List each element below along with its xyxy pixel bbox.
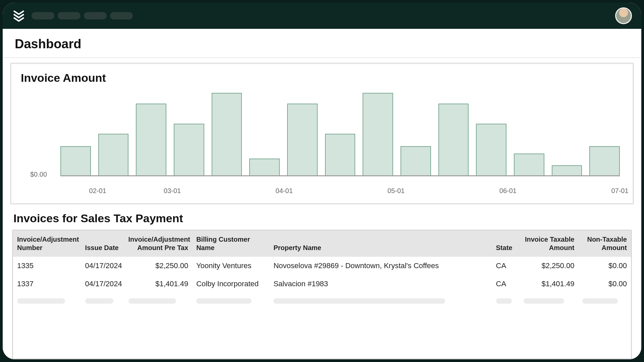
chart-bar[interactable]: [212, 93, 242, 176]
avatar[interactable]: [615, 7, 632, 24]
chart-bar[interactable]: [136, 104, 166, 175]
invoices-table: Invoice/Adjustment Number Issue Date Inv…: [13, 231, 631, 309]
x-tick-label: 02-01: [89, 187, 106, 195]
col-pre-tax[interactable]: Invoice/Adjustment Amount Pre Tax: [124, 231, 193, 257]
page-header: Dashboard: [3, 29, 641, 58]
chart-bar[interactable]: [287, 104, 318, 175]
cell-taxable: $2,250.00: [520, 257, 578, 275]
chart-area: $0.00 02-0103-0104-0105-0106-0107-01: [21, 88, 623, 199]
x-tick-label: 04-01: [276, 187, 293, 195]
col-property[interactable]: Property Name: [269, 231, 492, 257]
cell-property: Novoselova #29869 - Downtown, Krystal's …: [269, 257, 492, 275]
nav-placeholder-group: [32, 12, 133, 19]
nav-placeholder[interactable]: [110, 12, 133, 19]
cell-customer: Colby Incorporated: [192, 275, 269, 293]
nav-placeholder[interactable]: [58, 12, 80, 19]
chart-bar[interactable]: [174, 124, 204, 175]
table-row[interactable]: 133504/17/2024$2,250.00Yoonity VenturesN…: [13, 257, 631, 275]
cell-pre_tax: $2,250.00: [124, 257, 193, 275]
cell-taxable: $1,401.49: [520, 275, 578, 293]
page-content: Dashboard Invoice Amount $0.00 02-0103-0…: [3, 29, 641, 359]
cell-number: 1335: [13, 257, 81, 275]
col-non-taxable[interactable]: Non-Taxable Amount: [578, 231, 631, 257]
x-tick-label: 07-01: [611, 187, 628, 195]
chart-bar[interactable]: [400, 146, 431, 175]
col-taxable[interactable]: Invoice Taxable Amount: [520, 231, 578, 257]
cell-non_taxable: $0.00: [578, 257, 631, 275]
cell-issue_date: 04/17/2024: [81, 275, 124, 293]
col-issue-date[interactable]: Issue Date: [81, 231, 124, 257]
col-number[interactable]: Invoice/Adjustment Number: [13, 231, 81, 257]
device-frame: Dashboard Invoice Amount $0.00 02-0103-0…: [0, 0, 644, 362]
cell-number: 1337: [13, 275, 81, 293]
chart-bar[interactable]: [325, 134, 356, 176]
chart-title: Invoice Amount: [21, 71, 623, 84]
app-screen: Dashboard Invoice Amount $0.00 02-0103-0…: [3, 3, 641, 359]
x-tick-label: 06-01: [499, 187, 517, 195]
chart-card: Invoice Amount $0.00 02-0103-0104-0105-0…: [10, 63, 634, 204]
cell-state: CA: [492, 275, 520, 293]
cell-property: Salvacion #1983: [269, 275, 492, 293]
page-title: Dashboard: [15, 37, 629, 51]
table-card: Invoices for Sales Tax Payment: [10, 210, 634, 359]
x-tick-label: 03-01: [164, 187, 181, 195]
chart-bar[interactable]: [476, 124, 506, 175]
nav-placeholder[interactable]: [84, 12, 107, 19]
chart-bar[interactable]: [363, 93, 393, 176]
table-wrap: Invoice/Adjustment Number Issue Date Inv…: [12, 230, 632, 359]
cell-customer: Yoonity Ventures: [192, 257, 269, 275]
table-header-row: Invoice/Adjustment Number Issue Date Inv…: [13, 231, 631, 257]
x-axis-ticks: 02-0103-0104-0105-0106-0107-01: [60, 179, 620, 199]
topbar: [3, 3, 641, 29]
col-customer[interactable]: Billing Customer Name: [192, 231, 269, 257]
col-state[interactable]: State: [492, 231, 520, 257]
table-row[interactable]: 133704/17/2024$1,401.49Colby Incorporate…: [13, 275, 631, 293]
cell-non_taxable: $0.00: [578, 275, 631, 293]
chart-bar[interactable]: [98, 134, 129, 176]
chart-bar[interactable]: [514, 154, 544, 175]
nav-placeholder[interactable]: [32, 12, 54, 19]
app-logo-icon[interactable]: [12, 9, 25, 22]
table-row-placeholder: [13, 293, 631, 309]
x-tick-label: 05-01: [387, 187, 405, 195]
panels: Invoice Amount $0.00 02-0103-0104-0105-0…: [3, 58, 641, 359]
chart-bar[interactable]: [60, 146, 91, 175]
y-axis-zero-label: $0.00: [30, 171, 47, 178]
table-title: Invoices for Sales Tax Payment: [13, 212, 632, 225]
chart-bar[interactable]: [249, 159, 280, 175]
chart-bar[interactable]: [552, 165, 582, 175]
bars-container: [60, 92, 620, 176]
cell-pre_tax: $1,401.49: [124, 275, 193, 293]
cell-issue_date: 04/17/2024: [81, 257, 124, 275]
chart-bar[interactable]: [589, 146, 620, 175]
cell-state: CA: [492, 257, 520, 275]
chart-bar[interactable]: [438, 104, 469, 175]
